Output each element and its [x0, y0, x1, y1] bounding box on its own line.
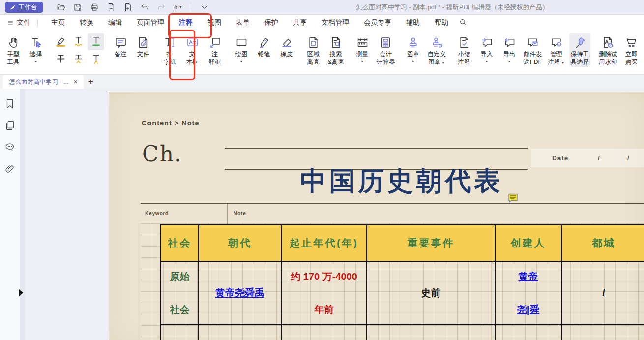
cell-dynasty: 黄帝尧舜禹	[199, 262, 282, 325]
toolbar-group: 测量▼会计计算器	[349, 31, 400, 67]
calculator-button[interactable]: 会计计算器	[375, 33, 397, 67]
pencil-icon	[258, 34, 271, 50]
menu-page-manage[interactable]: 页面管理	[129, 18, 172, 27]
sticky-note-annotation-icon[interactable]	[508, 193, 518, 203]
page-title: 中国历史朝代表	[276, 164, 527, 199]
hand-grab-icon[interactable]: ▼	[173, 2, 182, 12]
chevron-down-icon: ▼	[34, 59, 38, 64]
underline-tool-button[interactable]	[88, 33, 104, 50]
underline-icon	[90, 35, 102, 49]
cell-society: 原始 社会	[161, 262, 199, 325]
file-attach-button[interactable]: 文件	[133, 33, 153, 59]
menu-protect[interactable]: 保护	[257, 18, 286, 27]
date-label: Date	[552, 155, 568, 162]
new-tab-button[interactable]: +	[84, 75, 98, 89]
search-icon[interactable]	[459, 18, 467, 28]
document-tab[interactable]: 怎么面对高中学习 - ... ×	[3, 75, 84, 89]
search-highlight-button[interactable]: 搜索&高亮	[326, 33, 346, 67]
keyword-rule	[141, 203, 644, 204]
area-highlight-button[interactable]: 区域高亮	[303, 33, 323, 67]
paperclip-icon[interactable]	[4, 163, 15, 174]
redo-icon[interactable]	[156, 2, 166, 12]
breadcrumb: Content > Note	[142, 119, 200, 127]
titlebar-separator	[191, 3, 191, 11]
highlight-tool-button[interactable]	[52, 33, 69, 50]
menu-separator	[37, 19, 38, 26]
menu-member[interactable]: 会员专享	[356, 18, 399, 27]
menu-share[interactable]: 共享	[286, 18, 314, 27]
replace-text-button[interactable]	[70, 51, 87, 68]
print-icon[interactable]	[89, 2, 99, 12]
toolbar-group: 删除试用水印立即购买企业采购授权管理	[594, 31, 644, 67]
squiggly-icon	[72, 35, 85, 49]
insert-text-button[interactable]	[88, 51, 104, 68]
table-row: 原始 社会 黄帝尧舜禹 约 170 万-4000 年前 史前 黄帝 尧|舜	[161, 262, 644, 325]
measure-button[interactable]: 测量▼	[352, 33, 372, 65]
summarize-comments-button[interactable]: 小结注释	[454, 33, 474, 67]
open-file-icon[interactable]	[56, 2, 65, 12]
export-comments-button[interactable]: 导出▼	[499, 33, 519, 65]
calculator-icon	[379, 34, 392, 50]
date-separator-1: /	[598, 155, 600, 162]
menu-doc-manage[interactable]: 文档管理	[314, 18, 356, 27]
strikeout-tool-button[interactable]	[52, 51, 69, 68]
app-window: 工作台 ▼ 怎么面对高中学习 - 副本.pdf * - 福昕PDF编辑器（未经授…	[0, 0, 644, 340]
table-row-empty	[161, 325, 644, 340]
main-area: Content > Note Ch. Date / / 中国历史朝代表 Keyw…	[0, 89, 644, 340]
import-icon	[480, 34, 494, 50]
founder-link-1[interactable]: 黄帝	[519, 270, 538, 283]
header-events: 重要事件	[367, 225, 496, 262]
custom-stamp-icon	[430, 34, 443, 50]
email-fdf-icon	[526, 34, 539, 50]
select-tool-button[interactable]: 选择▼	[26, 33, 46, 65]
panel-expand-arrow[interactable]	[19, 289, 23, 296]
stamp-button[interactable]: 图章▼	[404, 33, 423, 65]
pencil-button[interactable]: 铅笔	[254, 33, 274, 59]
header-dynasty: 朝代	[199, 225, 282, 262]
page-remove-icon[interactable]	[106, 2, 116, 12]
attach-icon	[137, 34, 150, 50]
cell-founder: 黄帝 尧|舜	[496, 262, 562, 325]
hamburger-icon	[7, 19, 14, 26]
email-fdf-button[interactable]: 邮件发送FDF	[522, 33, 544, 67]
drawing-button[interactable]: 绘图▼	[232, 33, 251, 65]
undo-icon[interactable]	[140, 2, 149, 12]
keep-tool-selected-button[interactable]: 保持工具选择	[569, 33, 591, 67]
custom-stamp-button[interactable]: 自定义图章▼	[426, 33, 448, 68]
menu-help[interactable]: 帮助	[427, 18, 456, 27]
toolbar-group: 图章▼自定义图章▼	[400, 31, 451, 68]
menu-form[interactable]: 表单	[229, 18, 257, 27]
manage-comments-button[interactable]: 管理注释▼	[547, 33, 566, 68]
dynasty-link[interactable]: 黄帝尧舜禹	[215, 286, 264, 300]
cart-icon	[625, 34, 638, 50]
delete-trial-watermark-button[interactable]: 删除试用水印	[597, 33, 619, 67]
menu-file[interactable]: 文件	[7, 18, 30, 27]
callout-button[interactable]: 注释框	[205, 33, 225, 67]
pages-icon[interactable]	[4, 120, 15, 131]
hand-tool-button[interactable]: 手型工具	[3, 33, 23, 67]
eraser-button[interactable]: 橡皮	[277, 33, 296, 59]
bookmark-icon[interactable]	[4, 98, 15, 109]
toolbar-chevron-icon[interactable]	[200, 2, 209, 12]
document-tabbar: 怎么面对高中学习 - ... × +	[0, 75, 644, 89]
comment-dots-icon[interactable]	[4, 142, 15, 153]
menu-convert[interactable]: 转换	[72, 18, 101, 27]
note-comment-button[interactable]: 备注	[111, 33, 130, 59]
cell-events: 史前	[367, 262, 496, 325]
save-icon[interactable]	[73, 2, 82, 12]
chevron-down-icon: ▼	[240, 59, 243, 64]
manage-comments-icon	[550, 34, 563, 50]
buy-now-button[interactable]: 立即购买	[622, 33, 642, 67]
window-title: 怎么面对高中学习 - 副本.pdf * - 福昕PDF编辑器（未经授权的产品）	[315, 3, 590, 12]
titlebar: 工作台 ▼ 怎么面对高中学习 - 副本.pdf * - 福昕PDF编辑器（未经授…	[0, 0, 644, 15]
menu-home[interactable]: 主页	[44, 18, 72, 27]
workspace-button[interactable]: 工作台	[5, 2, 43, 13]
close-icon[interactable]: ×	[73, 78, 79, 85]
page-add-icon[interactable]	[123, 2, 132, 12]
founder-link-2[interactable]: 尧|舜	[517, 303, 540, 316]
toolbar-group: 手型工具选择▼	[0, 31, 49, 67]
menu-assist[interactable]: 辅助	[399, 18, 427, 27]
squiggly-underline-button[interactable]	[70, 33, 87, 50]
menu-edit[interactable]: 编辑	[101, 18, 129, 27]
import-comments-button[interactable]: 导入▼	[477, 33, 497, 65]
